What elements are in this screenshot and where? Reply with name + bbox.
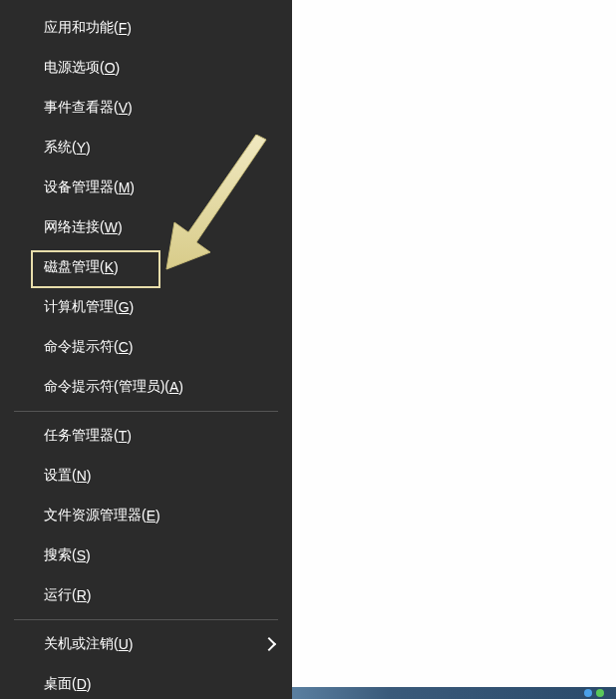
menu-network[interactable]: 网络连接(W) [0,207,292,247]
taskbar-fragment [292,687,616,699]
menu-shutdown[interactable]: 关机或注销(U) [0,624,292,664]
menu-apps-features[interactable]: 应用和功能(F) [0,8,292,48]
menu-item-suffix: ) [87,587,92,603]
menu-desktop[interactable]: 桌面(D) [0,664,292,699]
menu-system[interactable]: 系统(Y) [0,128,292,168]
menu-item-label: 磁盘管理( [44,258,105,276]
menu-item-suffix: ) [87,676,92,692]
menu-item-label: 搜索( [44,546,77,564]
menu-computer-management[interactable]: 计算机管理(G) [0,287,292,327]
menu-item-shortcut: S [77,547,86,563]
menu-item-label: 系统( [44,139,77,157]
menu-item-label: 应用和功能( [44,19,119,37]
taskbar-icon [584,689,592,697]
menu-item-suffix: ) [178,379,183,395]
menu-item-shortcut: E [147,508,155,524]
menu-item-suffix: ) [130,299,135,315]
menu-item-shortcut: Y [77,140,86,156]
menu-item-label: 桌面( [44,675,77,693]
menu-item-suffix: ) [129,339,134,355]
menu-item-suffix: ) [118,219,123,235]
menu-item-shortcut: G [119,299,130,315]
menu-item-suffix: ) [128,100,133,116]
menu-item-shortcut: T [119,428,128,444]
menu-item-label: 文件资源管理器( [44,507,147,524]
menu-item-suffix: ) [129,636,134,652]
menu-item-shortcut: U [119,636,129,652]
menu-item-suffix: ) [130,179,135,195]
menu-divider [14,411,278,412]
menu-disk-management[interactable]: 磁盘管理(K) [0,247,292,287]
winx-menu: 应用和功能(F)电源选项(O)事件查看器(V)系统(Y)设备管理器(M)网络连接… [0,0,292,699]
menu-item-shortcut: M [119,179,131,195]
menu-event-viewer[interactable]: 事件查看器(V) [0,88,292,128]
menu-item-shortcut: N [77,468,87,484]
menu-item-suffix: ) [114,259,119,275]
menu-item-suffix: ) [127,20,132,36]
menu-item-label: 命令提示符(管理员)( [44,378,169,396]
menu-item-shortcut: A [169,379,178,395]
menu-power-options[interactable]: 电源选项(O) [0,48,292,88]
menu-cmd[interactable]: 命令提示符(C) [0,327,292,367]
menu-task-manager[interactable]: 任务管理器(T) [0,416,292,456]
menu-explorer[interactable]: 文件资源管理器(E) [0,496,292,535]
menu-item-label: 事件查看器( [44,99,119,117]
menu-item-shortcut: V [119,100,128,116]
menu-item-shortcut: C [119,339,129,355]
menu-item-suffix: ) [86,547,91,563]
menu-search[interactable]: 搜索(S) [0,535,292,575]
menu-item-suffix: ) [127,428,132,444]
menu-item-label: 网络连接( [44,218,105,236]
menu-item-shortcut: O [105,60,116,76]
menu-item-shortcut: D [77,676,87,692]
menu-item-shortcut: W [105,219,118,235]
menu-item-label: 任务管理器( [44,427,119,445]
menu-cmd-admin[interactable]: 命令提示符(管理员)(A) [0,367,292,407]
menu-item-suffix: ) [87,468,92,484]
menu-item-suffix: ) [116,60,121,76]
menu-item-shortcut: R [77,587,87,603]
menu-item-shortcut: F [119,20,128,36]
menu-item-label: 关机或注销( [44,635,119,653]
menu-item-label: 运行( [44,586,77,604]
menu-item-label: 电源选项( [44,59,105,77]
menu-settings[interactable]: 设置(N) [0,456,292,496]
menu-item-suffix: ) [155,508,160,524]
taskbar-icon [596,689,604,697]
menu-item-label: 设备管理器( [44,178,119,196]
menu-item-label: 命令提示符( [44,338,119,356]
menu-run[interactable]: 运行(R) [0,575,292,615]
menu-item-shortcut: K [105,259,114,275]
menu-item-suffix: ) [86,140,91,156]
menu-item-label: 计算机管理( [44,298,119,316]
content-area [292,0,616,699]
menu-divider [14,619,278,620]
menu-item-label: 设置( [44,467,77,485]
menu-device-manager[interactable]: 设备管理器(M) [0,168,292,207]
